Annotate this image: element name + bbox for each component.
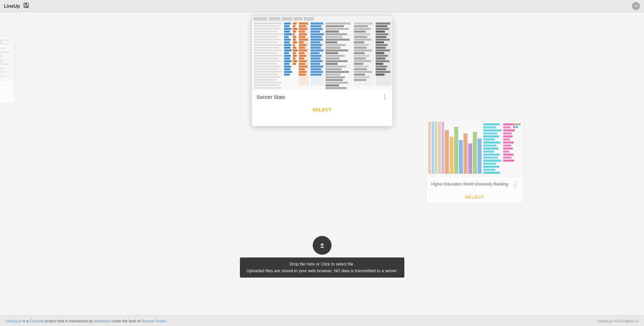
svg-rect-136 <box>310 60 323 62</box>
svg-rect-207 <box>376 63 383 65</box>
topbar-left: LineUp <box>4 2 29 10</box>
svg-rect-196 <box>376 33 388 35</box>
svg-rect-140 <box>310 71 323 73</box>
select-button-right[interactable]: SELECT <box>427 191 523 203</box>
card-preview-left <box>0 35 14 81</box>
svg-rect-88 <box>293 33 295 35</box>
svg-rect-43 <box>253 33 283 35</box>
svg-rect-92 <box>293 44 295 46</box>
svg-rect-231 <box>483 141 500 144</box>
svg-rect-79 <box>284 63 289 65</box>
svg-rect-222 <box>468 144 472 174</box>
svg-rect-132 <box>310 49 324 51</box>
svg-rect-198 <box>376 39 390 41</box>
svg-rect-119 <box>299 71 306 73</box>
svg-rect-203 <box>376 52 384 54</box>
svg-rect-51 <box>253 55 282 56</box>
svg-rect-197 <box>376 36 386 38</box>
svg-rect-175 <box>354 39 371 41</box>
svg-rect-87 <box>293 31 296 33</box>
svg-rect-181 <box>354 55 369 57</box>
svg-rect-138 <box>310 66 323 68</box>
select-button-left[interactable]: SELECT <box>0 91 14 101</box>
svg-rect-129 <box>310 41 320 43</box>
more-options-icon-right[interactable]: ⋮ <box>512 180 518 188</box>
svg-rect-45 <box>253 39 280 40</box>
svg-rect-172 <box>354 31 365 33</box>
svg-rect-210 <box>376 71 390 73</box>
svg-rect-120 <box>299 74 306 76</box>
svg-rect-31 <box>0 76 8 77</box>
save-icon[interactable] <box>23 2 29 10</box>
svg-rect-204 <box>376 55 388 57</box>
svg-rect-158 <box>325 63 337 65</box>
svg-rect-91 <box>293 41 297 43</box>
svg-rect-94 <box>293 49 298 51</box>
svg-rect-80 <box>284 66 291 68</box>
svg-rect-156 <box>325 57 339 59</box>
upload-tooltip-line2: Uploaded files are stored in your web br… <box>246 268 397 274</box>
svg-rect-131 <box>310 47 321 49</box>
card-preview-center <box>252 16 392 90</box>
svg-rect-85 <box>293 25 295 27</box>
svg-rect-42 <box>253 31 277 32</box>
svg-rect-174 <box>354 36 367 38</box>
datavisyn-link[interactable]: datavisyn <box>94 319 110 323</box>
card-info-right: Higher Education World University Rankin… <box>427 177 523 191</box>
svg-rect-214 <box>435 122 437 174</box>
svg-rect-205 <box>376 57 385 59</box>
svg-rect-90 <box>293 39 296 41</box>
svg-rect-212 <box>428 122 431 174</box>
svg-rect-83 <box>284 74 290 76</box>
svg-rect-248 <box>503 141 514 144</box>
svg-rect-237 <box>483 160 501 162</box>
samuel-link[interactable]: Samuel Gratzl <box>141 319 166 323</box>
svg-rect-1 <box>25 3 27 5</box>
lineup-link[interactable]: LineUp.js <box>5 319 21 323</box>
svg-rect-149 <box>325 39 349 41</box>
svg-rect-143 <box>325 23 350 25</box>
svg-rect-153 <box>325 49 348 51</box>
card-1m-random[interactable]: 1M Random Dataset SELECT <box>0 35 14 104</box>
svg-rect-41 <box>253 28 281 30</box>
svg-rect-169 <box>354 23 372 25</box>
svg-rect-126 <box>310 33 324 35</box>
upload-button[interactable] <box>313 236 332 255</box>
svg-rect-84 <box>293 23 297 25</box>
svg-rect-254 <box>503 160 514 162</box>
svg-rect-134 <box>310 55 321 57</box>
svg-rect-144 <box>325 25 344 27</box>
svg-rect-219 <box>454 127 458 174</box>
svg-rect-240 <box>483 169 495 171</box>
svg-rect-236 <box>483 157 498 159</box>
svg-rect-23 <box>0 59 7 60</box>
svg-rect-57 <box>253 71 282 73</box>
svg-rect-66 <box>284 28 291 30</box>
more-options-icon[interactable]: ⋮ <box>382 93 388 100</box>
svg-rect-97 <box>293 57 295 59</box>
add-button[interactable]: + <box>632 2 640 10</box>
svg-rect-113 <box>299 55 306 57</box>
svg-rect-242 <box>503 123 513 125</box>
svg-rect-72 <box>284 44 291 46</box>
svg-rect-147 <box>325 33 347 35</box>
svg-rect-238 <box>483 163 496 165</box>
main-content: 1M Random Dataset SELECT × <box>0 12 644 311</box>
caleydo-link[interactable]: Caleydo <box>30 319 44 323</box>
svg-rect-193 <box>376 25 387 27</box>
svg-rect-232 <box>483 145 496 147</box>
svg-rect-244 <box>503 129 515 131</box>
svg-rect-36 <box>282 17 292 21</box>
svg-rect-200 <box>376 44 388 46</box>
svg-rect-40 <box>253 25 280 27</box>
select-button-center[interactable]: SELECT <box>252 104 392 116</box>
svg-rect-69 <box>284 36 289 38</box>
card-soccer-stats[interactable]: × <box>252 15 393 126</box>
svg-rect-224 <box>477 138 481 174</box>
svg-rect-178 <box>354 47 366 49</box>
svg-rect-249 <box>503 145 511 147</box>
card-university-ranking[interactable]: Higher Education World University Rankin… <box>426 120 524 204</box>
svg-rect-155 <box>325 55 345 57</box>
svg-rect-152 <box>325 47 340 49</box>
svg-rect-50 <box>253 52 277 54</box>
